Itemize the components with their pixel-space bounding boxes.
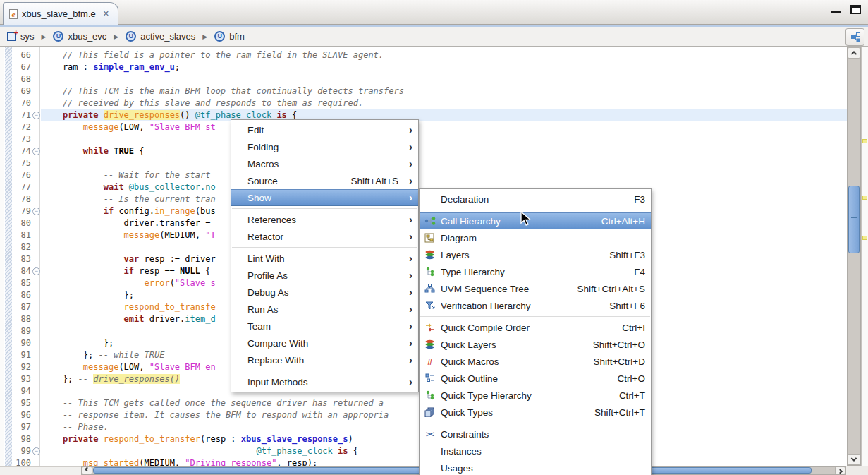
- menu-separator: [420, 316, 650, 317]
- code-line: wait @bus_collector.no: [42, 181, 216, 193]
- maximize-icon[interactable]: [850, 5, 861, 14]
- type-hierarchy-icon: [424, 390, 436, 400]
- hierarchy-button[interactable]: [845, 28, 864, 46]
- menu-item-label: Compare With: [247, 338, 308, 349]
- fold-marker[interactable]: −: [32, 267, 40, 275]
- line-number: 76: [12, 169, 31, 181]
- code-line: if config.in_range(bus: [42, 205, 216, 217]
- menu-item-compare-with[interactable]: Compare With›: [231, 335, 418, 351]
- menu-item-debug-as[interactable]: Debug As›: [231, 284, 418, 301]
- submenu-arrow-icon: ›: [405, 215, 412, 224]
- code-line: respond_to_transfe: [42, 301, 216, 313]
- breadcrumb-item-bfm[interactable]: Ubfm: [214, 31, 245, 42]
- scrollbar-corner: [847, 466, 868, 475]
- menu-item-quick-types[interactable]: Quick TypesShift+Ctrl+T: [420, 404, 651, 421]
- menu-item-quick-layers[interactable]: Quick LayersShift+Ctrl+O: [420, 336, 651, 353]
- menu-item-diagram[interactable]: Diagram: [420, 229, 651, 246]
- breadcrumb-label: sys: [20, 31, 35, 42]
- show-submenu: DeclarationF3Call HierarchyCtrl+Alt+HDia…: [419, 188, 652, 475]
- breadcrumb-item-active_slaves[interactable]: Uactive_slaves: [126, 31, 195, 42]
- submenu-arrow-icon: ›: [405, 142, 412, 152]
- no-icon: [424, 446, 436, 456]
- line-number: 85: [12, 277, 31, 289]
- menu-item-refactor[interactable]: Refactor›: [231, 228, 418, 245]
- menu-item-references[interactable]: References›: [231, 211, 418, 228]
- line-number: 96: [12, 409, 31, 421]
- menu-item-constraints[interactable]: ><Constraints: [420, 426, 651, 443]
- menu-item-macros[interactable]: Macros›: [231, 155, 418, 172]
- code-line: -- Wait for the start: [42, 169, 216, 181]
- code-line: ram : simple_ram_env_u;: [42, 61, 180, 73]
- vertical-scrollbar[interactable]: [847, 47, 861, 466]
- uvm-sequence-tree-icon: [424, 284, 436, 294]
- bottom-left-strip: [0, 466, 81, 475]
- line-number: 92: [12, 361, 31, 373]
- submenu-arrow-icon: ›: [405, 253, 412, 263]
- menu-item-label: Show: [247, 193, 271, 203]
- overview-ruler[interactable]: [861, 47, 868, 466]
- menu-item-lint-with[interactable]: Lint With›: [231, 250, 418, 267]
- module-icon: [7, 32, 16, 41]
- chevron-down-icon: [851, 455, 857, 461]
- menu-item-uvm-sequence-tree[interactable]: UVM Sequence TreeShift+Ctrl+Alt+S: [420, 280, 651, 297]
- breadcrumb-item-xbus_evc[interactable]: Uxbus_evc: [53, 31, 106, 42]
- fold-marker[interactable]: −: [32, 112, 40, 119]
- menu-item-label: Quick Types: [441, 407, 493, 418]
- breadcrumb-separator-icon: ▶: [114, 33, 118, 40]
- line-number: 100: [12, 457, 31, 466]
- menu-item-profile-as[interactable]: Profile As›: [231, 267, 418, 284]
- code-line: message(LOW, "Slave BFM st: [42, 121, 216, 133]
- fold-marker[interactable]: −: [32, 447, 40, 455]
- line-number: 91: [12, 349, 31, 361]
- occurrence-marker[interactable]: [862, 236, 867, 240]
- menu-item-team[interactable]: Team›: [231, 318, 418, 335]
- code-line: private respond_to_transfer(resp : xbus_…: [42, 433, 353, 445]
- menu-item-replace-with[interactable]: Replace With›: [231, 351, 418, 368]
- tab-title: xbus_slave_bfm.e: [22, 8, 96, 19]
- menu-item-quick-outline[interactable]: Quick OutlineCtrl+O: [420, 370, 651, 387]
- vertical-scroll-thumb[interactable]: [848, 186, 860, 253]
- menu-item-label: Refactor: [247, 232, 283, 242]
- menu-item-verification-hierarchy[interactable]: Verification HierarchyShift+F6: [420, 297, 651, 314]
- menu-separator: [232, 371, 417, 371]
- fold-marker[interactable]: −: [32, 148, 40, 155]
- menu-item-quick-type-hierarchy[interactable]: Quick Type HierarchyCtrl+T: [420, 387, 651, 404]
- menu-item-run-as[interactable]: Run As›: [231, 301, 418, 318]
- menu-item-input-methods[interactable]: Input Methods›: [231, 373, 418, 390]
- menu-item-label: Quick Outline: [441, 373, 498, 384]
- fold-marker[interactable]: −: [32, 208, 40, 215]
- menu-item-call-hierarchy[interactable]: Call HierarchyCtrl+Alt+H: [420, 212, 651, 229]
- occurrence-marker[interactable]: [862, 196, 867, 200]
- editor-tab[interactable]: e xbus_slave_bfm.e ✕: [3, 2, 118, 25]
- occurrence-marker[interactable]: [862, 139, 867, 143]
- menu-item-layers[interactable]: LayersShift+F3: [420, 246, 651, 263]
- menu-item-declaration[interactable]: DeclarationF3: [420, 191, 651, 208]
- menu-item-folding[interactable]: Folding›: [231, 138, 418, 155]
- call-hierarchy-icon: [424, 216, 436, 226]
- line-number: 88: [12, 313, 31, 325]
- submenu-arrow-icon: ›: [405, 176, 412, 186]
- menu-item-type-hierarchy[interactable]: Type HierarchyF4: [420, 263, 651, 280]
- scroll-up-button[interactable]: [848, 47, 860, 59]
- code-line: // This TCM is the main BFM loop that co…: [42, 85, 404, 97]
- line-number-ruler: 6667686970717273747576777879808182838485…: [12, 47, 40, 466]
- minimize-icon[interactable]: [831, 11, 841, 13]
- scroll-right-button[interactable]: [835, 467, 845, 474]
- line-number: 70: [12, 97, 31, 109]
- menu-item-usages[interactable]: Usages: [420, 459, 651, 475]
- menu-item-instances[interactable]: Instances: [420, 443, 651, 459]
- code-line: -- Is the current tran: [42, 193, 216, 205]
- menu-item-quick-macros[interactable]: #Quick MacrosShift+Ctrl+D: [420, 353, 651, 370]
- scroll-down-button[interactable]: [848, 454, 860, 465]
- menu-shortcut: Shift+F6: [597, 301, 645, 311]
- code-line: // This field is a pointer to the ram fi…: [42, 49, 384, 61]
- menu-item-quick-compile-order[interactable]: Quick Compile OrderCtrl+I: [420, 319, 651, 336]
- menu-item-label: Macros: [247, 159, 279, 169]
- scroll-left-button[interactable]: [82, 467, 92, 474]
- menu-item-edit[interactable]: Edit›: [231, 121, 418, 138]
- menu-item-show[interactable]: Show›: [231, 189, 418, 206]
- menu-item-source[interactable]: SourceShift+Alt+S›: [231, 172, 418, 189]
- tab-close-icon[interactable]: ✕: [103, 9, 109, 18]
- line-number: 77: [12, 181, 31, 193]
- breadcrumb-item-sys[interactable]: sys: [7, 31, 35, 42]
